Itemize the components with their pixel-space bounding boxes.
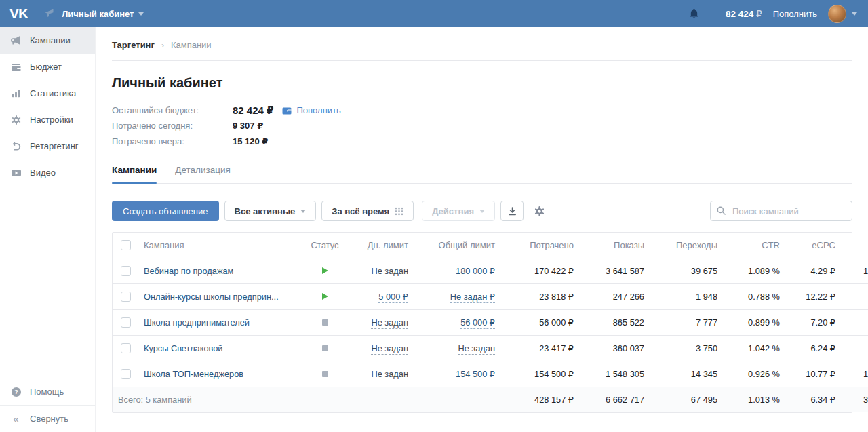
status-filter-dropdown[interactable]: Все активные: [224, 201, 317, 221]
ctr-cell: 1.042 %: [723, 335, 785, 361]
limit-value[interactable]: Не задан: [371, 266, 408, 277]
campaign-name-link[interactable]: Школа ТОП-менеджеров: [138, 361, 304, 387]
wallet-icon: [281, 105, 292, 116]
search-input[interactable]: [710, 201, 852, 221]
column-header-impressions[interactable]: Показы: [579, 233, 650, 258]
spent-today-label: Потрачено сегодня:: [112, 121, 233, 131]
budget-topup-link[interactable]: Пополнить: [281, 105, 340, 116]
campaign-name-link[interactable]: Курсы Светлаковой: [138, 335, 304, 361]
sidebar-item-settings[interactable]: Настройки: [0, 106, 95, 133]
user-menu-chevron-icon[interactable]: [852, 12, 857, 16]
sidebar-item-video[interactable]: Видео: [0, 159, 95, 186]
daily-limit-cell: Не задан: [346, 335, 414, 361]
impressions-cell: 865 522: [579, 309, 650, 335]
limit-value[interactable]: 5 000 ₽: [378, 292, 408, 303]
export-download-button[interactable]: [500, 201, 524, 221]
actions-dropdown-disabled: Действия: [422, 201, 495, 221]
sidebar-item-label: Статистика: [30, 88, 76, 98]
status-cell[interactable]: [304, 361, 346, 387]
table-row: Школа предпринимателейНе задан56 000 ₽56…: [113, 309, 868, 335]
limit-value[interactable]: Не задан: [371, 369, 408, 380]
limit-value[interactable]: 56 000 ₽: [460, 317, 495, 329]
sidebar-item-campaigns[interactable]: Кампании: [0, 27, 95, 54]
limit-value[interactable]: 180 000 ₽: [456, 266, 495, 277]
sidebar-item-budget[interactable]: Бюджет: [0, 54, 95, 80]
tab-details[interactable]: Детализация: [175, 165, 230, 183]
column-header-clicks[interactable]: Переходы: [650, 233, 723, 258]
limit-value[interactable]: Не задан ₽: [450, 292, 495, 303]
sidebar-item-help[interactable]: ? Помощь: [0, 378, 95, 405]
column-header-total-limit[interactable]: Общий лимит: [414, 233, 500, 258]
campaign-name-link[interactable]: Школа предпринимателей: [138, 309, 304, 335]
column-header-daily-limit[interactable]: Дн. лимит: [346, 233, 414, 258]
total-spent: 428 157 ₽: [500, 387, 579, 412]
status-cell[interactable]: [304, 283, 346, 309]
column-header-campaign[interactable]: Кампания: [138, 233, 304, 258]
limit-value[interactable]: Не задан: [458, 343, 495, 355]
table-row: Курсы СветлаковойНе заданНе задан23 417 …: [113, 335, 868, 361]
row-checkbox[interactable]: [121, 266, 131, 276]
topup-link[interactable]: Пополнить: [773, 9, 817, 19]
download-icon: [507, 206, 517, 216]
status-cell[interactable]: [304, 258, 346, 283]
row-checkbox[interactable]: [121, 369, 131, 379]
megaphone-icon: [10, 35, 22, 46]
column-header-reach[interactable]: Охват: [841, 233, 868, 258]
row-checkbox[interactable]: [121, 317, 131, 328]
limit-value[interactable]: Не задан: [371, 317, 408, 329]
breadcrumb-campaigns: Кампании: [171, 40, 212, 50]
toolbar: Создать объявление Все активные За всё в…: [112, 201, 852, 221]
notifications-bell-icon[interactable]: [688, 8, 700, 20]
campaign-name-link[interactable]: Вебинар по продажам: [138, 258, 304, 283]
create-ad-button[interactable]: Создать объявление: [112, 201, 219, 221]
table-footer-row: Всего: 5 кампаний428 157 ₽6 662 71767 49…: [113, 387, 868, 412]
reach-cell: 346 713: [841, 335, 868, 361]
sidebar-collapse[interactable]: « Свернуть: [0, 405, 95, 432]
reach-cell: 1 233 887: [841, 361, 868, 387]
status-stop-icon: [322, 371, 328, 377]
column-header-ctr[interactable]: CTR: [723, 233, 785, 258]
total-limit-cell: 56 000 ₽: [414, 309, 500, 335]
sidebar-item-label: Видео: [30, 168, 56, 178]
table-settings-button[interactable]: [529, 201, 549, 221]
budget-remaining-row: Оставшийся бюджет: 82 424 ₽ Пополнить: [112, 102, 852, 118]
total-ecpc: 6.34 ₽: [785, 387, 841, 412]
period-filter-button[interactable]: За всё время: [321, 201, 414, 221]
sidebar-item-label: Настройки: [30, 115, 73, 125]
row-checkbox[interactable]: [121, 292, 131, 302]
limit-value[interactable]: Не задан: [371, 343, 408, 355]
clicks-cell: 1 948: [650, 283, 723, 309]
actions-label: Действия: [432, 206, 474, 216]
campaign-name-link[interactable]: Онлайн-курсы школы предприн...: [138, 283, 304, 309]
cabinet-switcher[interactable]: Личный кабинет: [62, 9, 144, 19]
table-row: Школа ТОП-менеджеровНе задан154 500 ₽154…: [113, 361, 868, 387]
status-cell[interactable]: [304, 309, 346, 335]
status-cell[interactable]: [304, 335, 346, 361]
total-limit-cell: 180 000 ₽: [414, 258, 500, 283]
column-header-spent[interactable]: Потрачено: [500, 233, 579, 258]
avatar[interactable]: [828, 5, 846, 23]
daily-limit-cell: 5 000 ₽: [346, 283, 414, 309]
top-bar: VK Личный кабинет 82 424 ₽ Пополнить: [0, 0, 868, 27]
reach-cell: 1 239 840: [841, 258, 868, 283]
chevron-down-icon: [300, 210, 306, 213]
row-checkbox[interactable]: [121, 343, 131, 353]
total-reach: 3 749 647: [841, 387, 868, 412]
budget-spent-yesterday-row: Потрачено вчера: 15 120 ₽: [112, 134, 852, 149]
ctr-cell: 0.926 %: [723, 361, 785, 387]
vk-logo[interactable]: VK: [9, 5, 28, 22]
select-all-checkbox[interactable]: [121, 240, 131, 250]
table-row: Онлайн-курсы школы предприн...5 000 ₽Не …: [113, 283, 868, 309]
sidebar-item-statistics[interactable]: Статистика: [0, 80, 95, 106]
wallet-icon: [10, 62, 22, 73]
ecpc-cell: 10.77 ₽: [785, 361, 841, 387]
tab-campaigns[interactable]: Кампании: [112, 165, 157, 183]
daily-limit-cell: Не задан: [346, 309, 414, 335]
limit-value[interactable]: 154 500 ₽: [456, 369, 495, 380]
total-ctr: 1.013 %: [723, 387, 785, 412]
breadcrumb-targeting[interactable]: Таргетинг: [112, 40, 155, 50]
impressions-cell: 360 037: [579, 335, 650, 361]
column-header-ecpc[interactable]: eCPC: [785, 233, 841, 258]
sidebar-item-retargeting[interactable]: Ретаргетинг: [0, 133, 95, 159]
column-header-status[interactable]: Статус: [304, 233, 346, 258]
